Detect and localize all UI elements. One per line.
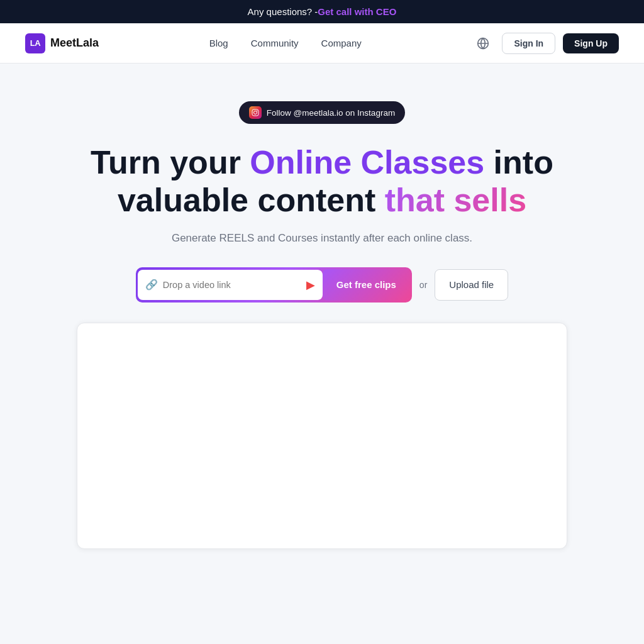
logo-icon: LA	[25, 33, 45, 53]
hero-heading: Turn your Online Classes into valuable c…	[70, 144, 574, 219]
sign-in-button[interactable]: Sign In	[502, 33, 555, 54]
instagram-icon	[249, 106, 262, 119]
top-banner: Any questions? -Get call with CEO	[0, 0, 644, 23]
input-row: 🔗 ▶ Get free clips or Upload file	[136, 267, 508, 303]
nav: Blog Community Company	[209, 38, 362, 48]
or-separator: or	[419, 280, 427, 290]
globe-icon	[477, 37, 489, 50]
header-right: Sign In Sign Up	[472, 32, 619, 55]
heading-part1: Turn your	[91, 144, 250, 180]
hero-subtext: Generate REELS and Courses instantly aft…	[172, 232, 472, 245]
svg-point-4	[257, 111, 258, 112]
main-content: Follow @meetlala.io on Instagram Turn yo…	[0, 64, 644, 574]
youtube-icon: ▶	[306, 278, 315, 292]
nav-company[interactable]: Company	[321, 38, 362, 48]
banner-cta[interactable]: Get call with CEO	[318, 6, 396, 17]
sign-up-button[interactable]: Sign Up	[563, 33, 619, 53]
get-clips-button[interactable]: Get free clips	[323, 269, 410, 301]
upload-file-button[interactable]: Upload file	[435, 269, 508, 301]
video-input-wrap: 🔗 ▶ Get free clips	[136, 267, 412, 303]
nav-community[interactable]: Community	[251, 38, 299, 48]
heading-pink: that sells	[385, 182, 526, 218]
header: LA MeetLala Blog Community Company Sign …	[0, 23, 644, 64]
preview-area	[77, 323, 567, 549]
link-icon: 🔗	[145, 279, 158, 291]
instagram-label: Follow @meetlala.io on Instagram	[267, 108, 395, 118]
logo-name: MeetLala	[50, 36, 99, 50]
svg-point-3	[253, 111, 257, 114]
svg-rect-2	[252, 109, 258, 116]
instagram-badge[interactable]: Follow @meetlala.io on Instagram	[239, 101, 405, 124]
logo[interactable]: LA MeetLala	[25, 33, 99, 53]
banner-text: Any questions? -	[248, 6, 318, 17]
video-link-input[interactable]	[163, 280, 301, 290]
video-input-inner: 🔗 ▶	[138, 270, 323, 300]
language-button[interactable]	[472, 32, 494, 55]
nav-blog[interactable]: Blog	[209, 38, 228, 48]
heading-gradient: Online Classes	[250, 144, 484, 180]
